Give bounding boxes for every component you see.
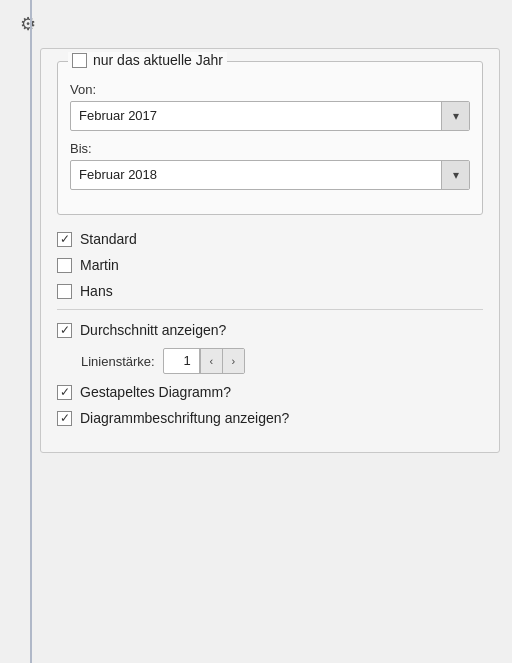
martin-label[interactable]: Martin xyxy=(80,257,119,273)
date-range-group: nur das aktuelle Jahr Von: Februar 2017 … xyxy=(57,61,483,215)
von-value: Februar 2017 xyxy=(71,101,441,131)
diagramm-checkbox[interactable] xyxy=(57,411,72,426)
settings-panel: nur das aktuelle Jahr Von: Februar 2017 … xyxy=(40,48,500,453)
gestapelt-row: Gestapeltes Diagramm? xyxy=(57,384,483,400)
durchschnitt-row: Durchschnitt anzeigen? xyxy=(57,322,483,338)
von-row: Von: Februar 2017 ▾ xyxy=(70,82,470,131)
durchschnitt-label[interactable]: Durchschnitt anzeigen? xyxy=(80,322,226,338)
bis-value: Februar 2018 xyxy=(71,160,441,190)
standard-checkbox[interactable] xyxy=(57,232,72,247)
martin-row: Martin xyxy=(57,257,483,273)
diagramm-row: Diagrammbeschriftung anzeigen? xyxy=(57,410,483,426)
fieldset-legend: nur das aktuelle Jahr xyxy=(68,52,227,68)
chevron-down-icon: ▾ xyxy=(453,168,459,182)
standard-row: Standard xyxy=(57,231,483,247)
gestapelt-checkbox[interactable] xyxy=(57,385,72,400)
chevron-down-icon: ▾ xyxy=(453,109,459,123)
gear-bar: ⚙ xyxy=(0,0,512,48)
hans-row: Hans xyxy=(57,283,483,299)
hans-label[interactable]: Hans xyxy=(80,283,113,299)
main-wrapper: ⚙ nur das aktuelle Jahr Von: Februar 201… xyxy=(0,0,512,663)
bis-dropdown[interactable]: Februar 2018 ▾ xyxy=(70,160,470,190)
linienstaerke-label: Linienstärke: xyxy=(81,354,155,369)
martin-checkbox[interactable] xyxy=(57,258,72,273)
standard-label[interactable]: Standard xyxy=(80,231,137,247)
spinner-increment-button[interactable]: › xyxy=(222,348,244,374)
von-label: Von: xyxy=(70,82,470,97)
side-line xyxy=(30,0,32,663)
linienstaerke-value: 1 xyxy=(164,348,200,374)
hans-checkbox[interactable] xyxy=(57,284,72,299)
linienstaerke-row: Linienstärke: 1 ‹ › xyxy=(57,348,483,374)
spinner-decrement-button[interactable]: ‹ xyxy=(200,348,222,374)
von-dropdown[interactable]: Februar 2017 ▾ xyxy=(70,101,470,131)
durchschnitt-checkbox[interactable] xyxy=(57,323,72,338)
diagramm-label[interactable]: Diagrammbeschriftung anzeigen? xyxy=(80,410,289,426)
gear-icon[interactable]: ⚙ xyxy=(14,10,42,38)
bis-row: Bis: Februar 2018 ▾ xyxy=(70,141,470,190)
bis-label: Bis: xyxy=(70,141,470,156)
von-dropdown-button[interactable]: ▾ xyxy=(441,101,469,131)
bis-dropdown-button[interactable]: ▾ xyxy=(441,160,469,190)
nur-aktuelles-jahr-checkbox[interactable] xyxy=(72,53,87,68)
linienstaerke-spinner[interactable]: 1 ‹ › xyxy=(163,348,245,374)
spinner-buttons: ‹ › xyxy=(200,348,244,374)
divider-1 xyxy=(57,309,483,310)
gestapelt-label[interactable]: Gestapeltes Diagramm? xyxy=(80,384,231,400)
nur-aktuelles-jahr-label: nur das aktuelle Jahr xyxy=(93,52,223,68)
